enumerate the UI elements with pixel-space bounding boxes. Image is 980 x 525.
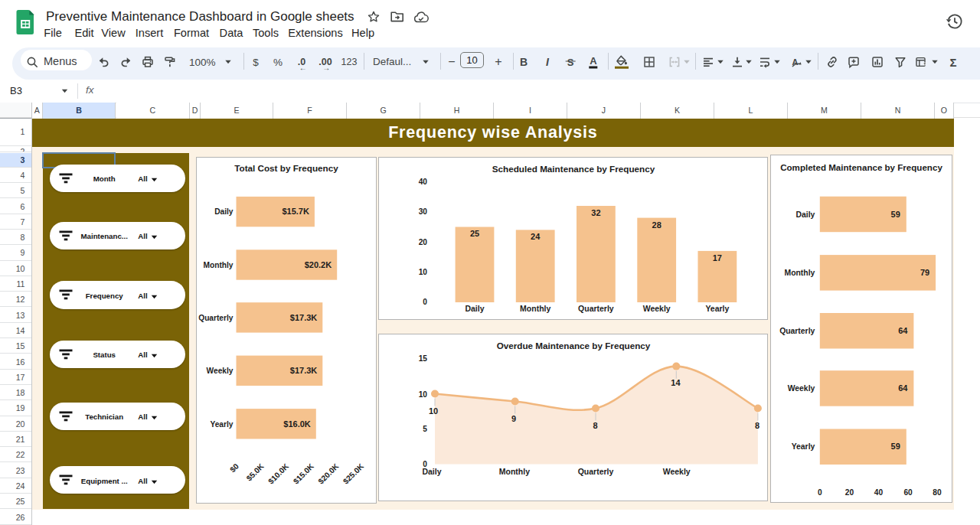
svg-text:Weekly: Weekly	[787, 384, 815, 393]
svg-text:25: 25	[470, 229, 479, 238]
svg-text:$16.0K: $16.0K	[283, 419, 311, 429]
svg-text:$5.0K: $5.0K	[245, 461, 266, 482]
svg-text:Monthly: Monthly	[784, 269, 815, 277]
svg-text:$10.0K: $10.0K	[266, 461, 290, 485]
svg-text:Yearly: Yearly	[210, 420, 233, 429]
svg-text:64: 64	[898, 326, 908, 335]
svg-text:Completed Maintenance by Frequ: Completed Maintenance by Frequency	[780, 163, 942, 172]
svg-text:Daily: Daily	[422, 468, 441, 476]
svg-text:59: 59	[890, 210, 900, 219]
svg-text:17: 17	[713, 253, 722, 262]
svg-text:9: 9	[511, 414, 516, 423]
svg-text:$20.2K: $20.2K	[305, 260, 332, 269]
svg-text:Quarterly: Quarterly	[578, 468, 614, 476]
svg-text:Quarterly: Quarterly	[779, 327, 815, 335]
svg-text:Daily: Daily	[465, 305, 484, 313]
svg-text:$0: $0	[228, 461, 240, 474]
svg-text:$17.3K: $17.3K	[290, 366, 318, 375]
svg-text:Monthly: Monthly	[203, 261, 233, 269]
svg-text:Overdue Maintenance by Frequen: Overdue Maintenance by Frequency	[497, 341, 651, 351]
svg-text:40: 40	[874, 488, 883, 497]
svg-text:Daily: Daily	[795, 210, 815, 219]
svg-text:Weekly: Weekly	[207, 367, 234, 375]
svg-text:8: 8	[755, 421, 760, 430]
svg-text:$15.0K: $15.0K	[292, 461, 315, 485]
svg-text:10: 10	[419, 390, 428, 399]
svg-text:$17.3K: $17.3K	[290, 313, 318, 322]
svg-text:Quarterly: Quarterly	[198, 314, 234, 322]
svg-text:Yearly: Yearly	[705, 305, 729, 313]
svg-text:Weekly: Weekly	[643, 305, 671, 313]
svg-text:15: 15	[419, 354, 428, 363]
svg-text:20: 20	[419, 238, 428, 246]
svg-text:60: 60	[903, 488, 913, 497]
svg-text:32: 32	[591, 208, 600, 217]
svg-text:24: 24	[531, 232, 541, 241]
svg-text:Monthly: Monthly	[499, 468, 530, 476]
svg-text:Daily: Daily	[214, 207, 234, 216]
svg-text:0: 0	[423, 298, 427, 306]
svg-text:Weekly: Weekly	[663, 468, 691, 476]
svg-text:59: 59	[890, 442, 900, 452]
svg-text:10: 10	[429, 406, 438, 416]
svg-text:Monthly: Monthly	[520, 305, 550, 313]
svg-text:20: 20	[845, 488, 854, 497]
svg-text:30: 30	[419, 207, 428, 216]
svg-text:5: 5	[423, 425, 427, 433]
svg-text:$25.0K: $25.0K	[341, 461, 365, 485]
svg-text:Yearly: Yearly	[791, 443, 815, 452]
svg-text:10: 10	[419, 268, 428, 276]
svg-text:$15.7K: $15.7K	[282, 207, 309, 216]
svg-text:79: 79	[920, 268, 929, 277]
svg-text:Scheduled Maintenance by Frequ: Scheduled Maintenance by Frequency	[492, 164, 655, 174]
svg-text:Quarterly: Quarterly	[578, 305, 614, 313]
svg-text:8: 8	[593, 421, 598, 430]
svg-text:28: 28	[652, 220, 662, 230]
svg-text:40: 40	[419, 178, 428, 186]
svg-text:80: 80	[933, 488, 942, 497]
svg-text:14: 14	[671, 378, 681, 387]
svg-text:64: 64	[898, 383, 908, 393]
svg-text:$20.0K: $20.0K	[316, 461, 340, 485]
svg-text:0: 0	[818, 488, 822, 497]
svg-text:Total Cost by Frequency: Total Cost by Frequency	[234, 163, 338, 173]
